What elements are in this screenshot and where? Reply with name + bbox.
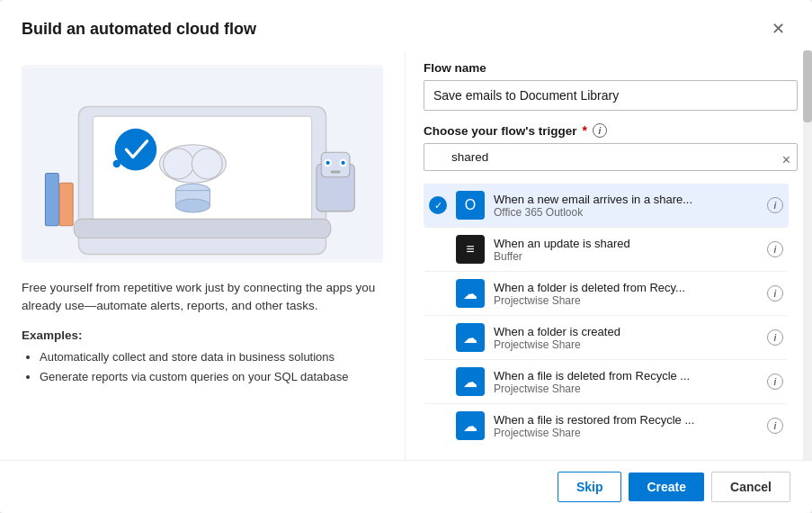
- left-panel: Free yourself from repetitive work just …: [0, 50, 405, 460]
- trigger-item[interactable]: ≡ When an update is shared Buffer i: [424, 228, 789, 271]
- flow-name-input[interactable]: [424, 80, 798, 111]
- skip-button[interactable]: Skip: [558, 472, 622, 502]
- trigger-service: Office 365 Outlook: [494, 206, 758, 219]
- trigger-service: Projectwise Share: [494, 338, 758, 351]
- trigger-info-icon[interactable]: i: [593, 123, 607, 138]
- trigger-name: When a file is restored from Recycle ...: [494, 413, 758, 427]
- trigger-app-icon: ☁: [456, 411, 485, 440]
- right-panel: Flow name Choose your flow's trigger * i…: [405, 50, 812, 460]
- trigger-name: When a file is deleted from Recycle ...: [494, 369, 758, 382]
- trigger-info-btn[interactable]: i: [767, 329, 783, 346]
- example-item-2: Generate reports via custom queries on y…: [40, 367, 383, 387]
- trigger-item[interactable]: ☁ When a file is restored from Recycle .…: [424, 404, 789, 447]
- trigger-info-btn[interactable]: i: [767, 418, 783, 434]
- trigger-check-icon: ✓: [429, 196, 447, 214]
- trigger-label: Choose your flow's trigger: [424, 124, 576, 138]
- trigger-app-icon: ☁: [456, 279, 485, 308]
- trigger-info-btn[interactable]: i: [767, 241, 783, 257]
- svg-rect-10: [331, 170, 341, 173]
- trigger-text: When a new email arrives in a share... O…: [494, 193, 758, 219]
- svg-rect-12: [59, 183, 73, 226]
- left-description: Free yourself from repetitive work just …: [22, 279, 383, 316]
- svg-point-21: [113, 160, 120, 167]
- cancel-button[interactable]: Cancel: [711, 472, 790, 502]
- scrollbar-thumb[interactable]: [803, 50, 812, 122]
- trigger-name: When an update is shared: [494, 237, 758, 250]
- trigger-service: Projectwise Share: [494, 382, 758, 395]
- trigger-list: ✓O When a new email arrives in a share..…: [424, 184, 789, 449]
- examples-label: Examples:: [22, 328, 383, 342]
- dialog-title: Build an automated cloud flow: [22, 20, 256, 39]
- trigger-info-btn[interactable]: i: [767, 285, 783, 302]
- trigger-label-row: Choose your flow's trigger * i: [424, 123, 798, 138]
- trigger-item[interactable]: ☁ When a folder is deleted from Recy... …: [424, 272, 789, 315]
- scrollbar-track: [803, 50, 812, 460]
- dialog-header: Build an automated cloud flow ✕: [0, 0, 812, 50]
- svg-rect-3: [74, 219, 331, 238]
- search-clear-icon[interactable]: ×: [782, 152, 790, 168]
- trigger-text: When a folder is deleted from Recy... Pr…: [494, 281, 758, 307]
- trigger-item[interactable]: ✓O When a new email arrives in a share..…: [424, 184, 789, 227]
- trigger-app-icon: ≡: [456, 235, 485, 264]
- close-button[interactable]: ✕: [765, 16, 790, 41]
- trigger-service: Projectwise Share: [494, 294, 758, 307]
- dialog-body: Free yourself from repetitive work just …: [0, 50, 812, 460]
- trigger-text: When an update is shared Buffer: [494, 237, 758, 263]
- svg-point-8: [326, 161, 330, 165]
- trigger-service: Buffer: [494, 250, 758, 263]
- svg-point-9: [341, 161, 344, 165]
- example-item-1: Automatically collect and store data in …: [40, 347, 383, 367]
- trigger-text: When a file is restored from Recycle ...…: [494, 413, 758, 439]
- trigger-app-icon: ☁: [456, 323, 485, 352]
- svg-point-15: [192, 148, 222, 179]
- svg-point-18: [175, 199, 210, 212]
- trigger-service: Projectwise Share: [494, 427, 758, 439]
- required-star: *: [582, 123, 586, 138]
- svg-rect-11: [45, 174, 58, 226]
- trigger-item[interactable]: ☁ When a file is deleted from Recycle ..…: [424, 360, 789, 403]
- trigger-app-icon: ☁: [456, 367, 485, 396]
- trigger-item[interactable]: ☁ When a folder is created Projectwise S…: [424, 316, 789, 359]
- trigger-text: When a folder is created Projectwise Sha…: [494, 325, 758, 351]
- trigger-name: When a folder is deleted from Recy...: [494, 281, 758, 294]
- flow-name-label: Flow name: [424, 61, 798, 75]
- trigger-name: When a new email arrives in a share...: [494, 193, 758, 206]
- svg-point-14: [164, 148, 194, 179]
- trigger-info-btn[interactable]: i: [767, 197, 783, 213]
- trigger-text: When a file is deleted from Recycle ... …: [494, 369, 758, 395]
- search-wrapper: 🔍 ×: [424, 143, 798, 176]
- dialog-footer: Skip Create Cancel: [0, 460, 812, 513]
- dialog: Build an automated cloud flow ✕: [0, 0, 812, 513]
- examples-list: Automatically collect and store data in …: [22, 347, 383, 387]
- trigger-name: When a folder is created: [494, 325, 758, 338]
- illustration: [22, 65, 383, 263]
- search-input[interactable]: [424, 143, 798, 171]
- create-button[interactable]: Create: [629, 472, 704, 501]
- svg-point-19: [115, 129, 157, 171]
- trigger-app-icon: O: [456, 191, 485, 220]
- trigger-info-btn[interactable]: i: [767, 374, 783, 390]
